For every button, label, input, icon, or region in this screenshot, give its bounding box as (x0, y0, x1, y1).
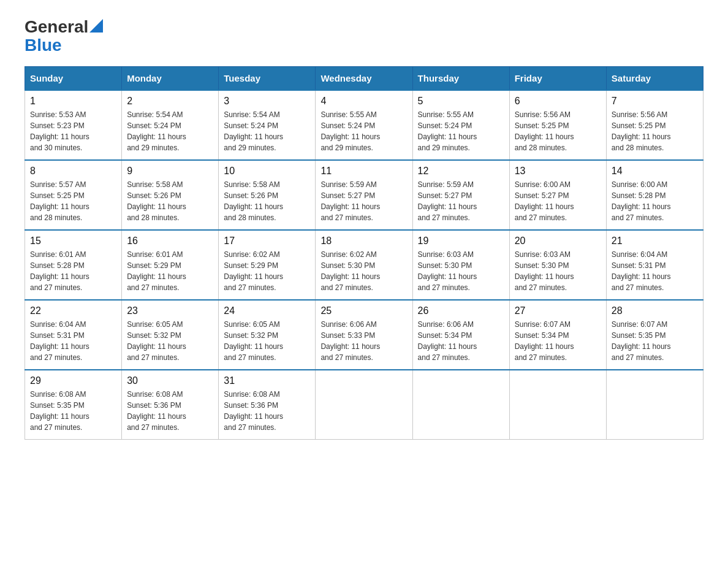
day-info: Sunrise: 6:06 AMSunset: 5:34 PMDaylight:… (418, 319, 504, 363)
day-info: Sunrise: 5:55 AMSunset: 5:24 PMDaylight:… (320, 109, 407, 153)
day-number: 17 (224, 236, 310, 247)
calendar-week-row: 22Sunrise: 6:04 AMSunset: 5:31 PMDayligh… (25, 300, 703, 370)
day-number: 11 (320, 166, 407, 177)
day-info: Sunrise: 5:58 AMSunset: 5:26 PMDaylight:… (224, 179, 310, 223)
calendar-week-row: 1Sunrise: 5:53 AMSunset: 5:23 PMDaylight… (25, 90, 703, 160)
day-info: Sunrise: 6:08 AMSunset: 5:36 PMDaylight:… (224, 389, 310, 433)
calendar-cell: 13Sunrise: 6:00 AMSunset: 5:27 PMDayligh… (509, 160, 606, 230)
day-info: Sunrise: 6:06 AMSunset: 5:33 PMDaylight:… (320, 319, 407, 363)
day-number: 27 (515, 305, 601, 316)
calendar-cell: 4Sunrise: 5:55 AMSunset: 5:24 PMDaylight… (316, 90, 412, 160)
calendar-cell: 9Sunrise: 5:58 AMSunset: 5:26 PMDaylight… (122, 160, 219, 230)
day-info: Sunrise: 5:55 AMSunset: 5:24 PMDaylight:… (418, 109, 504, 153)
calendar-cell: 5Sunrise: 5:55 AMSunset: 5:24 PMDaylight… (412, 90, 509, 160)
calendar-cell (316, 370, 412, 440)
calendar-cell: 23Sunrise: 6:05 AMSunset: 5:32 PMDayligh… (122, 300, 219, 370)
calendar-cell: 31Sunrise: 6:08 AMSunset: 5:36 PMDayligh… (219, 370, 316, 440)
day-number: 8 (30, 166, 116, 177)
day-number: 24 (224, 305, 310, 316)
calendar-cell: 22Sunrise: 6:04 AMSunset: 5:31 PMDayligh… (25, 300, 122, 370)
day-info: Sunrise: 6:07 AMSunset: 5:35 PMDaylight:… (612, 319, 698, 363)
day-number: 28 (612, 305, 698, 316)
day-number: 18 (320, 236, 407, 247)
calendar-table: SundayMondayTuesdayWednesdayThursdayFrid… (25, 66, 703, 440)
day-info: Sunrise: 6:05 AMSunset: 5:32 PMDaylight:… (127, 319, 213, 363)
calendar-cell: 26Sunrise: 6:06 AMSunset: 5:34 PMDayligh… (412, 300, 509, 370)
day-number: 22 (30, 305, 116, 316)
day-number: 23 (127, 305, 213, 316)
calendar-cell: 3Sunrise: 5:54 AMSunset: 5:24 PMDaylight… (219, 90, 316, 160)
calendar-cell (606, 370, 703, 440)
day-info: Sunrise: 6:02 AMSunset: 5:30 PMDaylight:… (320, 249, 407, 293)
calendar-cell: 6Sunrise: 5:56 AMSunset: 5:25 PMDaylight… (509, 90, 606, 160)
logo-blue-text: Blue (25, 37, 62, 54)
calendar-cell: 18Sunrise: 6:02 AMSunset: 5:30 PMDayligh… (316, 230, 412, 300)
day-number: 31 (224, 375, 310, 386)
column-header-wednesday: Wednesday (316, 67, 412, 91)
calendar-cell: 25Sunrise: 6:06 AMSunset: 5:33 PMDayligh… (316, 300, 412, 370)
day-info: Sunrise: 5:56 AMSunset: 5:25 PMDaylight:… (515, 109, 601, 153)
day-info: Sunrise: 6:00 AMSunset: 5:28 PMDaylight:… (612, 179, 698, 223)
day-info: Sunrise: 5:54 AMSunset: 5:24 PMDaylight:… (224, 109, 310, 153)
calendar-cell: 12Sunrise: 5:59 AMSunset: 5:27 PMDayligh… (412, 160, 509, 230)
calendar-cell (509, 370, 606, 440)
day-number: 19 (418, 236, 504, 247)
calendar-cell: 19Sunrise: 6:03 AMSunset: 5:30 PMDayligh… (412, 230, 509, 300)
day-number: 12 (418, 166, 504, 177)
day-info: Sunrise: 6:08 AMSunset: 5:35 PMDaylight:… (30, 389, 116, 433)
day-info: Sunrise: 6:03 AMSunset: 5:30 PMDaylight:… (418, 249, 504, 293)
day-info: Sunrise: 6:04 AMSunset: 5:31 PMDaylight:… (612, 249, 698, 293)
day-number: 25 (320, 305, 407, 316)
day-info: Sunrise: 5:56 AMSunset: 5:25 PMDaylight:… (612, 109, 698, 153)
calendar-cell: 8Sunrise: 5:57 AMSunset: 5:25 PMDaylight… (25, 160, 122, 230)
calendar-cell: 10Sunrise: 5:58 AMSunset: 5:26 PMDayligh… (219, 160, 316, 230)
day-number: 15 (30, 236, 116, 247)
day-number: 2 (127, 96, 213, 107)
calendar-cell: 21Sunrise: 6:04 AMSunset: 5:31 PMDayligh… (606, 230, 703, 300)
day-info: Sunrise: 6:00 AMSunset: 5:27 PMDaylight:… (515, 179, 601, 223)
day-info: Sunrise: 6:07 AMSunset: 5:34 PMDaylight:… (515, 319, 601, 363)
day-number: 20 (515, 236, 601, 247)
calendar-cell: 24Sunrise: 6:05 AMSunset: 5:32 PMDayligh… (219, 300, 316, 370)
day-number: 1 (30, 96, 116, 107)
day-info: Sunrise: 6:02 AMSunset: 5:29 PMDaylight:… (224, 249, 310, 293)
day-info: Sunrise: 5:54 AMSunset: 5:24 PMDaylight:… (127, 109, 213, 153)
day-number: 6 (515, 96, 601, 107)
calendar-cell: 16Sunrise: 6:01 AMSunset: 5:29 PMDayligh… (122, 230, 219, 300)
calendar-cell: 7Sunrise: 5:56 AMSunset: 5:25 PMDaylight… (606, 90, 703, 160)
day-number: 14 (612, 166, 698, 177)
calendar-cell: 17Sunrise: 6:02 AMSunset: 5:29 PMDayligh… (219, 230, 316, 300)
day-info: Sunrise: 5:59 AMSunset: 5:27 PMDaylight:… (320, 179, 407, 223)
calendar-cell: 14Sunrise: 6:00 AMSunset: 5:28 PMDayligh… (606, 160, 703, 230)
day-info: Sunrise: 6:01 AMSunset: 5:28 PMDaylight:… (30, 249, 116, 293)
calendar-week-row: 15Sunrise: 6:01 AMSunset: 5:28 PMDayligh… (25, 230, 703, 300)
day-info: Sunrise: 6:08 AMSunset: 5:36 PMDaylight:… (127, 389, 213, 433)
calendar-cell: 2Sunrise: 5:54 AMSunset: 5:24 PMDaylight… (122, 90, 219, 160)
calendar-week-row: 8Sunrise: 5:57 AMSunset: 5:25 PMDaylight… (25, 160, 703, 230)
day-info: Sunrise: 5:59 AMSunset: 5:27 PMDaylight:… (418, 179, 504, 223)
calendar-cell: 29Sunrise: 6:08 AMSunset: 5:35 PMDayligh… (25, 370, 122, 440)
column-header-friday: Friday (509, 67, 606, 91)
logo-triangle-icon (89, 19, 103, 33)
calendar-cell: 30Sunrise: 6:08 AMSunset: 5:36 PMDayligh… (122, 370, 219, 440)
day-number: 30 (127, 375, 213, 386)
calendar-cell (412, 370, 509, 440)
logo-general-text: General (25, 18, 88, 36)
day-info: Sunrise: 5:58 AMSunset: 5:26 PMDaylight:… (127, 179, 213, 223)
calendar-cell: 20Sunrise: 6:03 AMSunset: 5:30 PMDayligh… (509, 230, 606, 300)
column-header-thursday: Thursday (412, 67, 509, 91)
day-number: 7 (612, 96, 698, 107)
column-header-tuesday: Tuesday (219, 67, 316, 91)
column-header-monday: Monday (122, 67, 219, 91)
calendar-cell: 15Sunrise: 6:01 AMSunset: 5:28 PMDayligh… (25, 230, 122, 300)
column-header-sunday: Sunday (25, 67, 122, 91)
day-info: Sunrise: 5:53 AMSunset: 5:23 PMDaylight:… (30, 109, 116, 153)
calendar-cell: 11Sunrise: 5:59 AMSunset: 5:27 PMDayligh… (316, 160, 412, 230)
day-info: Sunrise: 6:01 AMSunset: 5:29 PMDaylight:… (127, 249, 213, 293)
day-number: 9 (127, 166, 213, 177)
calendar-cell: 27Sunrise: 6:07 AMSunset: 5:34 PMDayligh… (509, 300, 606, 370)
column-header-saturday: Saturday (606, 67, 703, 91)
day-number: 16 (127, 236, 213, 247)
day-info: Sunrise: 6:03 AMSunset: 5:30 PMDaylight:… (515, 249, 601, 293)
day-number: 4 (320, 96, 407, 107)
